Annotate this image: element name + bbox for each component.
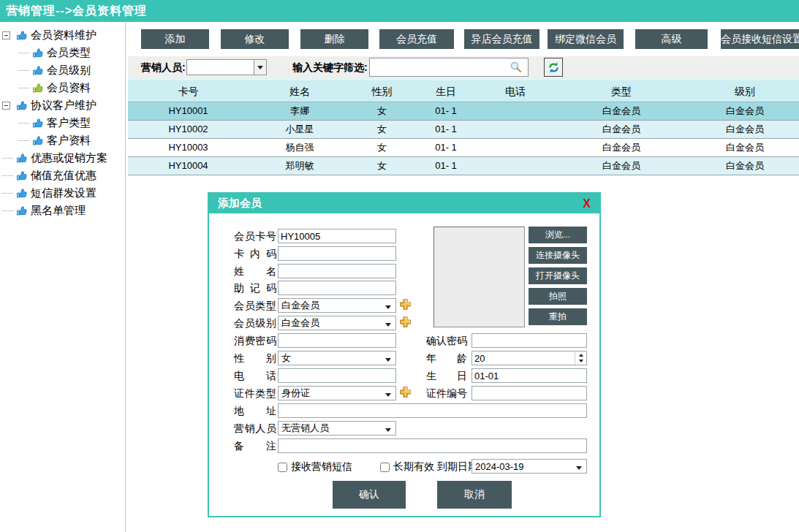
collapse-icon[interactable] (2, 102, 10, 110)
dialog-titlebar: 添加会员 X (209, 194, 599, 213)
cell-name: 郑明敏 (249, 157, 351, 175)
member-photo-box (433, 227, 525, 327)
sidebar-item-blacklist-management[interactable]: 黑名单管理 (0, 202, 125, 219)
sidebar-item-member-type[interactable]: 会员类型 (0, 44, 125, 61)
cell-card-no: HY10004 (128, 157, 249, 175)
sidebar-item-member-data-maintain[interactable]: 会员资料维护 (0, 26, 125, 44)
sidebar-item-customer-type[interactable]: 客户类型 (0, 114, 125, 132)
member-recharge-button[interactable]: 会员充值 (379, 29, 454, 49)
add-id-type-icon[interactable] (399, 386, 412, 398)
step-up-icon[interactable] (575, 352, 586, 358)
age-stepper[interactable] (472, 351, 587, 365)
member-type-select[interactable]: 白金会员 (278, 298, 396, 313)
sidebar-item-member-level[interactable]: 会员级别 (0, 61, 125, 79)
phone-input[interactable] (278, 368, 396, 383)
pay-password-input[interactable] (278, 333, 396, 348)
keyword-filter-input[interactable] (369, 58, 529, 77)
advanced-button[interactable]: 高级 (635, 29, 708, 49)
collapse-icon[interactable] (2, 31, 10, 39)
expiry-date-value: 2024-03-19 (472, 461, 576, 472)
cell-gender: 女 (351, 121, 413, 139)
cell-gender: 女 (351, 102, 413, 121)
dialog-title: 添加会员 (218, 197, 583, 210)
member-level-select[interactable]: 白金会员 (278, 316, 396, 330)
gender-select[interactable]: 女 (278, 351, 396, 365)
expiry-date-select[interactable]: 2024-03-19 (472, 459, 587, 474)
cell-birthday: 01- 1 (413, 121, 479, 139)
cell-name: 杨自强 (249, 139, 351, 157)
sales-person-label: 营销人员 (234, 421, 276, 436)
tree-connector (2, 193, 13, 194)
cell-level: 白金会员 (691, 102, 799, 121)
chevron-down-icon (385, 323, 391, 330)
add-member-type-icon[interactable] (399, 298, 412, 311)
chevron-down-icon (385, 358, 391, 365)
member-table: 卡号 姓名 性别 生日 电话 类型 级别 HY10001 李娜 女 01- 1 … (128, 80, 799, 175)
delete-button[interactable]: 删除 (300, 29, 368, 49)
open-camera-button[interactable]: 打开摄像头 (529, 267, 587, 284)
other-store-recharge-button[interactable]: 异店会员充值 (464, 29, 539, 49)
thumb-icon (32, 118, 43, 129)
cell-gender: 女 (351, 157, 413, 175)
member-type-label: 会员类型 (234, 298, 276, 313)
retake-photo-button[interactable]: 重拍 (529, 308, 587, 325)
id-type-select[interactable]: 身份证 (278, 386, 396, 400)
tree-connector (18, 88, 29, 88)
sidebar-item-agreement-customer-maintain[interactable]: 协议客户维护 (0, 96, 125, 114)
bind-wechat-member-button[interactable]: 绑定微信会员 (548, 29, 624, 49)
remark-label: 备注 (234, 438, 276, 453)
tree-connector (2, 175, 13, 176)
add-button[interactable]: 添加 (141, 29, 209, 49)
mnemonic-input[interactable] (278, 281, 396, 295)
sidebar-item-label: 客户类型 (47, 116, 91, 130)
receive-sms-label: 接收营销短信 (291, 460, 352, 474)
receive-sms-checkbox[interactable] (278, 463, 287, 472)
refresh-button[interactable] (544, 58, 563, 77)
chevron-down-icon (576, 466, 582, 473)
address-label: 地址 (234, 403, 276, 418)
inner-code-input[interactable] (278, 246, 396, 261)
long-term-checkbox[interactable] (380, 463, 390, 472)
stepper-buttons (575, 352, 586, 365)
modify-button[interactable]: 修改 (221, 29, 289, 49)
col-header-type: 类型 (552, 80, 691, 102)
add-member-level-icon[interactable] (399, 316, 412, 328)
address-input[interactable] (278, 403, 587, 418)
connect-camera-button[interactable]: 连接摄像头 (529, 247, 587, 264)
member-sms-settings-button[interactable]: 会员接收短信设置 (721, 29, 799, 49)
thumb-icon (32, 135, 43, 146)
card-no-input[interactable] (278, 229, 396, 243)
confirm-password-input[interactable] (472, 333, 587, 348)
sidebar-item-label: 短信群发设置 (31, 186, 96, 200)
name-input[interactable] (278, 264, 396, 278)
col-header-birthday: 生日 (413, 80, 479, 102)
step-down-icon[interactable] (575, 358, 586, 365)
confirm-button[interactable]: 确认 (333, 481, 406, 509)
inner-code-label: 卡内码 (234, 246, 276, 261)
mnemonic-label: 助记码 (234, 281, 276, 295)
browse-photo-button[interactable]: 浏览... (529, 227, 587, 243)
sidebar-item-promotion-plan[interactable]: 优惠或促销方案 (0, 149, 125, 167)
close-icon[interactable]: X (583, 197, 591, 210)
refresh-icon (548, 61, 560, 74)
sales-person-filter-select[interactable] (186, 59, 267, 75)
chevron-down-icon[interactable] (254, 60, 266, 75)
member-type-value: 白金会员 (279, 299, 385, 312)
search-icon[interactable] (510, 61, 523, 74)
sales-person-select[interactable]: 无营销人员 (278, 421, 396, 436)
cancel-button[interactable]: 取消 (437, 481, 512, 509)
thumb-icon (16, 153, 27, 164)
take-photo-button[interactable]: 拍照 (529, 288, 587, 305)
sidebar-item-customer-data[interactable]: 客户资料 (0, 132, 125, 149)
remark-input[interactable] (278, 438, 587, 453)
age-input[interactable] (472, 352, 575, 365)
phone-label: 电话 (234, 368, 276, 383)
sidebar-item-label: 优惠或促销方案 (31, 151, 107, 165)
birthday-input[interactable] (472, 368, 587, 383)
sidebar-item-stored-value-discount[interactable]: 储值充值优惠 (0, 167, 125, 184)
filter-bar: 营销人员: 输入关键字筛选: (128, 56, 799, 78)
sales-person-filter-label: 营销人员: (141, 56, 186, 78)
id-number-input[interactable] (472, 386, 587, 400)
sidebar-item-sms-broadcast-settings[interactable]: 短信群发设置 (0, 184, 125, 202)
sidebar-item-member-data-active[interactable]: 会员资料 (0, 79, 125, 96)
